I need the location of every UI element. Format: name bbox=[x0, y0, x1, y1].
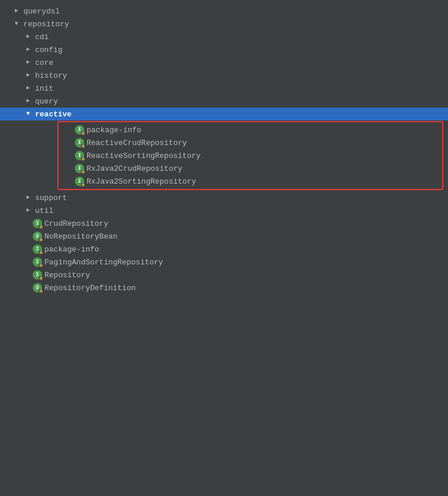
item-label-core: core bbox=[35, 58, 53, 67]
tree-item-query[interactable]: a query bbox=[0, 95, 448, 108]
arrow-reactive-sorting bbox=[66, 151, 75, 160]
arrow-no-repo-bean bbox=[23, 232, 33, 241]
arrow-config bbox=[23, 45, 33, 54]
arrow-init bbox=[23, 84, 33, 93]
tree-item-repo-definition[interactable]: @ 🔒 RepositoryDefinition bbox=[0, 281, 448, 294]
item-label-repository: repository bbox=[23, 20, 69, 29]
arrow-core bbox=[23, 58, 33, 67]
arrow-reactive bbox=[23, 109, 33, 119]
tree-item-crud-repo[interactable]: I 🔒 CrudRepository bbox=[0, 217, 448, 230]
java-icon-package-info: I 🔒 bbox=[33, 244, 42, 254]
item-label-reactive-sorting-repo: ReactiveSortingRepository bbox=[87, 151, 201, 160]
tree-item-support[interactable]: a support bbox=[0, 191, 448, 204]
tree-item-no-repo-bean[interactable]: @ 🔒 NoRepositoryBean bbox=[0, 230, 448, 243]
java-icon-rxjava2-crud: I 🔒 bbox=[75, 164, 84, 173]
arrow-repository-class bbox=[23, 270, 33, 280]
item-label-package-info: package-info bbox=[44, 245, 99, 254]
java-icon-reactive-crud: I 🔒 bbox=[75, 138, 84, 147]
java-icon-rxjava2-sorting: I 🔒 bbox=[75, 177, 84, 186]
item-label-crud-repo: CrudRepository bbox=[44, 219, 108, 228]
tree-item-package-info[interactable]: I 🔒 package-info bbox=[0, 243, 448, 256]
tree-item-util[interactable]: a util bbox=[0, 204, 448, 217]
tree-item-reactive-crud-repo[interactable]: I 🔒 ReactiveCrudRepository bbox=[58, 136, 442, 149]
arrow-repository bbox=[12, 19, 21, 29]
item-label-package-info-reactive: package-info bbox=[87, 126, 142, 135]
arrow-package-info-r bbox=[66, 125, 75, 135]
java-icon-crud-repo: I 🔒 bbox=[33, 219, 42, 228]
tree-item-cdi[interactable]: a cdi bbox=[0, 30, 448, 43]
tree-item-core[interactable]: a core bbox=[0, 56, 448, 69]
item-label-repository-class: Repository bbox=[44, 271, 90, 280]
java-icon-repo-definition: @ 🔒 bbox=[33, 283, 42, 292]
tree-item-querydsl[interactable]: a querydsl bbox=[0, 5, 448, 18]
item-label-no-repo-bean: NoRepositoryBean bbox=[44, 232, 118, 241]
tree-item-rxjava2-crud-repo[interactable]: I 🔒 RxJava2CrudRepository bbox=[58, 162, 442, 175]
item-label-init: init bbox=[35, 84, 53, 93]
tree-item-history[interactable]: a history bbox=[0, 69, 448, 82]
arrow-querydsl bbox=[12, 6, 21, 16]
arrow-package-info bbox=[23, 244, 33, 254]
item-label-history: history bbox=[35, 71, 67, 80]
arrow-crud-repo bbox=[23, 219, 33, 228]
item-label-rxjava2-sorting-repo: RxJava2SortingRepository bbox=[87, 177, 196, 186]
java-icon-package-info-r: I 🔒 bbox=[75, 125, 84, 135]
java-icon-reactive-sorting: I 🔒 bbox=[75, 151, 84, 160]
java-icon-no-repo-bean: @ 🔒 bbox=[33, 232, 42, 241]
tree-item-rxjava2-sorting-repo[interactable]: I 🔒 RxJava2SortingRepository bbox=[58, 175, 442, 188]
item-label-query: query bbox=[35, 97, 58, 106]
arrow-query bbox=[23, 97, 33, 106]
tree-item-paging-sorting-repo[interactable]: I 🔒 PagingAndSortingRepository bbox=[0, 256, 448, 268]
arrow-paging-sorting bbox=[23, 257, 33, 267]
arrow-repo-definition bbox=[23, 283, 33, 292]
item-label-reactive-crud-repo: ReactiveCrudRepository bbox=[87, 139, 187, 147]
arrow-cdi bbox=[23, 32, 33, 42]
java-icon-repository-class: I 🔒 bbox=[33, 270, 42, 280]
arrow-history bbox=[23, 71, 33, 80]
item-label-util: util bbox=[35, 206, 53, 215]
tree-item-repository[interactable]: a repository bbox=[0, 18, 448, 30]
tree-item-package-info-reactive[interactable]: I 🔒 package-info bbox=[58, 123, 442, 136]
item-label-reactive: reactive bbox=[35, 110, 71, 119]
item-label-querydsl: querydsl bbox=[23, 7, 60, 16]
item-label-paging-sorting-repo: PagingAndSortingRepository bbox=[44, 258, 163, 267]
item-label-cdi: cdi bbox=[35, 33, 49, 42]
tree-item-reactive[interactable]: a reactive bbox=[0, 108, 448, 120]
item-label-rxjava2-crud-repo: RxJava2CrudRepository bbox=[87, 164, 182, 173]
tree-item-reactive-sorting-repo[interactable]: I 🔒 ReactiveSortingRepository bbox=[58, 149, 442, 162]
item-label-config: config bbox=[35, 46, 63, 54]
tree-item-repository-class[interactable]: I 🔒 Repository bbox=[0, 268, 448, 281]
java-icon-paging-sorting: I 🔒 bbox=[33, 257, 42, 267]
file-tree: a querydsl a repository a cd bbox=[0, 0, 448, 299]
tree-item-init[interactable]: a init bbox=[0, 82, 448, 95]
arrow-rxjava2-crud bbox=[66, 164, 75, 173]
item-label-repo-definition: RepositoryDefinition bbox=[44, 284, 136, 292]
item-label-support: support bbox=[35, 194, 67, 202]
arrow-util bbox=[23, 206, 33, 215]
arrow-rxjava2-sorting bbox=[66, 177, 75, 186]
arrow-reactive-crud bbox=[66, 138, 75, 147]
red-box-highlight: I 🔒 package-info I 🔒 ReactiveCrudReposit… bbox=[57, 121, 443, 190]
tree-item-config[interactable]: a config bbox=[0, 43, 448, 56]
arrow-support bbox=[23, 193, 33, 202]
